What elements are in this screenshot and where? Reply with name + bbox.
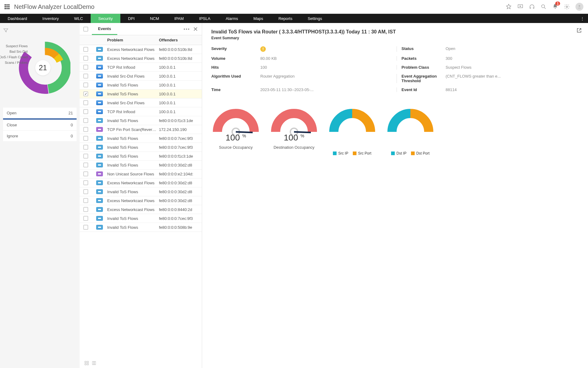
event-row[interactable]: Invalid ToS Flowsfe80:0:0:0:f1c3:1de — [80, 152, 202, 161]
event-row[interactable]: Invalid ToS Flowsfe80:0:0:0:508b:9e — [80, 223, 202, 232]
row-checkbox[interactable] — [83, 163, 88, 167]
row-checkbox[interactable] — [83, 47, 88, 52]
presentation-icon[interactable] — [517, 4, 523, 10]
row-checkbox[interactable]: ✓ — [83, 91, 88, 96]
row-checkbox[interactable] — [83, 109, 88, 114]
notifications-button[interactable]: 1 — [552, 3, 558, 10]
row-checkbox[interactable] — [83, 145, 88, 150]
event-problem: Excess Networkcast Flows — [107, 56, 159, 61]
event-problem: Non Unicast Source Flows — [107, 172, 159, 176]
event-problem: Invalid ToS Flows — [107, 216, 159, 221]
event-row[interactable]: Invalid Src-Dst Flows100.0.0.1 — [80, 98, 202, 107]
event-row[interactable]: Invalid ToS Flowsfe80:0:0:0:f1c3:1de — [80, 116, 202, 125]
nav-ipsla[interactable]: IPSLA — [191, 14, 218, 23]
svg-rect-23 — [98, 182, 101, 183]
v-eventid: 88114 — [446, 87, 579, 92]
row-checkbox[interactable] — [83, 82, 88, 87]
nav-dpi[interactable]: DPI — [120, 14, 142, 23]
stat-row-ignore[interactable]: Ignore0 — [3, 131, 77, 142]
grid-view-icon[interactable] — [84, 361, 89, 366]
device-icon — [96, 56, 103, 61]
row-checkbox[interactable] — [83, 225, 88, 230]
nav-reports[interactable]: Reports — [271, 14, 300, 23]
tab-events[interactable]: Events — [92, 23, 117, 35]
event-row[interactable]: TCP Rst Inflood100.0.0.1 — [80, 107, 202, 116]
severity-warning-icon: ! — [260, 46, 266, 52]
nav-ipam[interactable]: IPAM — [167, 14, 191, 23]
nav-security[interactable]: Security — [91, 14, 120, 23]
event-row[interactable]: Excess Networkcast Flowsfe80:0:0:0:8440:… — [80, 205, 202, 214]
rocket-icon[interactable] — [506, 4, 512, 10]
event-row[interactable]: Invalid ToS Flowsfe80:0:0:0:30d2:d8 — [80, 161, 202, 170]
user-avatar[interactable] — [575, 3, 583, 11]
event-offender: fe80:0:0:0:f1c3:1de — [159, 154, 202, 159]
row-checkbox[interactable] — [83, 171, 88, 176]
stat-value: 21 — [69, 111, 73, 115]
row-checkbox[interactable] — [83, 180, 88, 185]
headset-icon[interactable] — [529, 4, 535, 10]
row-checkbox[interactable] — [83, 127, 88, 132]
stat-row-close[interactable]: Close0 — [3, 120, 77, 131]
device-icon — [96, 47, 103, 52]
row-checkbox[interactable] — [83, 100, 88, 105]
row-checkbox[interactable] — [83, 136, 88, 141]
svg-rect-24 — [98, 191, 101, 192]
close-icon[interactable]: ✕ — [193, 25, 198, 33]
nav-alarms[interactable]: Alarms — [218, 14, 246, 23]
row-checkbox[interactable] — [83, 74, 88, 79]
device-icon — [96, 136, 103, 141]
nav-more-icon[interactable]: ⋮ — [577, 14, 588, 23]
v-problemclass: Suspect Flows — [446, 65, 579, 70]
row-checkbox[interactable] — [83, 56, 88, 61]
event-row[interactable]: Invalid ToS Flowsfe80:0:0:0:7cec:9f3 — [80, 134, 202, 143]
event-row[interactable]: Excess Networkcast Flowsfe80:0:0:0:510b:… — [80, 45, 202, 54]
event-row[interactable]: Invalid ToS Flowsfe80:0:0:0:7cec:9f3 — [80, 143, 202, 152]
row-checkbox[interactable] — [83, 118, 88, 123]
apps-grid-icon[interactable] — [5, 4, 9, 9]
event-row[interactable]: Excess Networkcast Flowsfe80:0:0:0:30d2:… — [80, 196, 202, 205]
event-row[interactable]: Invalid ToS Flows100.0.0.1 — [80, 81, 202, 90]
gauges-row: 100 % Source Occupancy 100 % Destination… — [211, 104, 579, 155]
book-icon[interactable] — [92, 361, 96, 366]
nav-inventory[interactable]: Inventory — [35, 14, 66, 23]
nav-maps[interactable]: Maps — [246, 14, 271, 23]
row-checkbox[interactable] — [83, 207, 88, 212]
svg-rect-25 — [98, 200, 101, 201]
search-icon[interactable] — [541, 4, 547, 10]
row-checkbox[interactable] — [83, 198, 88, 203]
event-row[interactable]: Invalid Src-Dst Flows100.0.0.1 — [80, 72, 202, 81]
svg-rect-21 — [98, 164, 101, 166]
device-icon — [96, 154, 103, 159]
filter-icon[interactable] — [3, 28, 9, 33]
nav-ncm[interactable]: NCM — [142, 14, 167, 23]
event-problem: TCP Rst Inflood — [107, 65, 159, 70]
events-more-icon[interactable] — [184, 29, 189, 30]
svg-rect-28 — [98, 227, 101, 228]
gear-icon[interactable] — [564, 4, 570, 10]
event-row[interactable]: TCP Fin Port Scan(Reverse)172.24.150.190 — [80, 125, 202, 134]
device-icon — [96, 171, 103, 176]
nav-dashboard[interactable]: Dashboard — [0, 14, 35, 23]
nav-settings[interactable]: Settings — [300, 14, 330, 23]
user-icon — [577, 4, 582, 9]
donut-legend: Suspect Flows Bad Src-Dst DDoS / Flash C… — [0, 43, 28, 65]
k-severity: Severity — [211, 46, 257, 52]
event-row[interactable]: Excess Networkcast Flowsfe80:0:0:0:510b:… — [80, 54, 202, 63]
event-offender: fe80:0:0:0:508b:9e — [159, 225, 202, 230]
select-all-checkbox[interactable] — [83, 27, 88, 32]
popout-icon[interactable] — [576, 28, 582, 34]
row-checkbox[interactable] — [83, 216, 88, 221]
stat-row-open[interactable]: Open21 — [3, 108, 77, 120]
row-checkbox[interactable] — [83, 189, 88, 194]
event-row[interactable]: Excess Networkcast Flowsfe80:0:0:0:30d2:… — [80, 178, 202, 187]
event-row[interactable]: Non Unicast Source Flowsfe80:0:0:0:e2:10… — [80, 170, 202, 178]
event-row[interactable]: TCP Rst Inflood100.0.0.1 — [80, 63, 202, 72]
row-checkbox[interactable] — [83, 154, 88, 159]
event-row[interactable]: Invalid ToS Flowsfe80:0:0:0:30d2:d8 — [80, 187, 202, 196]
row-checkbox[interactable] — [83, 65, 88, 70]
nav-wlc[interactable]: WLC — [66, 14, 91, 23]
event-row[interactable]: Invalid ToS Flowsfe80:0:0:0:7cec:9f3 — [80, 214, 202, 223]
event-row[interactable]: ✓Invalid ToS Flows100.0.0.1 — [80, 90, 202, 98]
svg-rect-31 — [85, 361, 86, 363]
event-offender: fe80:0:0:0:30d2:d8 — [159, 198, 202, 203]
